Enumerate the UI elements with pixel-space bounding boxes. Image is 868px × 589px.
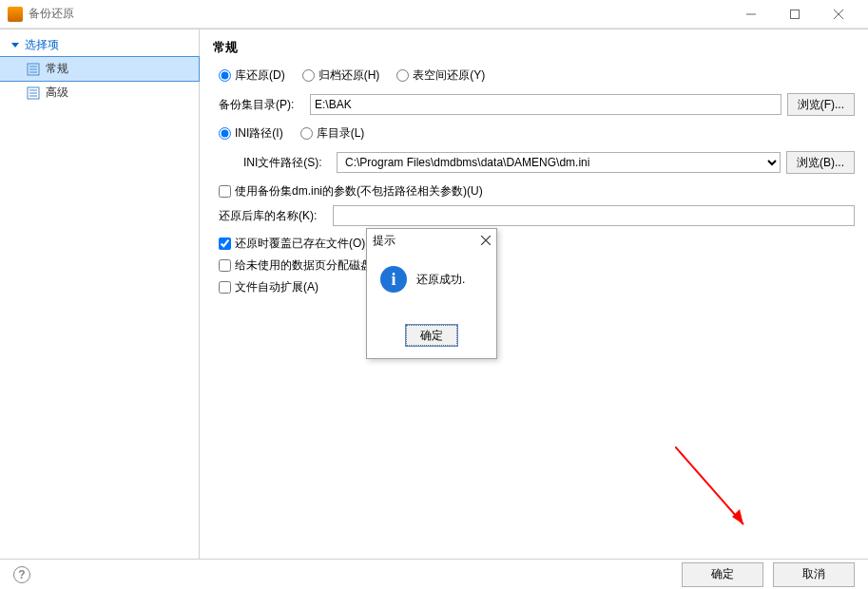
checkbox-auto-expand[interactable]: 文件自动扩展(A) (219, 279, 318, 295)
dialog-title: 提示 (373, 233, 395, 249)
minimize-button[interactable] (729, 0, 773, 28)
sidebar-header[interactable]: 选择项 (0, 33, 199, 57)
radio-ini-path[interactable]: INI路径(I) (219, 125, 283, 142)
bak-dir-label: 备份集目录(P): (219, 97, 310, 113)
sidebar-item-label: 常规 (46, 61, 68, 77)
radio-archive-restore[interactable]: 归档还原(H) (302, 67, 380, 84)
ini-path-select[interactable]: C:\Program Files\dmdbms\data\DAMENG\dm.i… (337, 152, 781, 173)
maximize-button[interactable] (773, 0, 817, 28)
main-pane: 常规 库还原(D) 归档还原(H) 表空间还原(Y) 备份集目录(P): 浏览(… (200, 29, 868, 559)
bak-dir-input[interactable] (310, 94, 781, 115)
dialog-message: 还原成功. (416, 266, 465, 288)
sidebar-item-general[interactable]: 常规 (0, 57, 199, 81)
restored-name-input[interactable] (333, 205, 855, 226)
checkbox-overwrite[interactable]: 还原时覆盖已存在文件(O) (219, 236, 365, 252)
dialog-footer: 确定 (367, 316, 496, 358)
sidebar: 选择项 常规 高级 (0, 29, 200, 559)
checkbox-alloc-disk[interactable]: 给未使用的数据页分配磁盘 (219, 257, 372, 274)
ini-path-label: INI文件路径(S): (213, 155, 337, 171)
use-bak-params-row: 使用备份集dm.ini的参数(不包括路径相关参数)(U) (219, 183, 855, 200)
window-controls (729, 0, 860, 28)
overwrite-row: 还原时覆盖已存在文件(O) (219, 236, 855, 252)
radio-db-restore[interactable]: 库还原(D) (219, 67, 285, 84)
restored-name-row: 还原后库的名称(K): (219, 205, 855, 226)
collapse-arrow-icon (11, 43, 19, 48)
path-mode-group: INI路径(I) 库目录(L) (219, 125, 855, 142)
alert-dialog: 提示 i 还原成功. 确定 (366, 228, 497, 359)
titlebar: 备份还原 (0, 0, 868, 28)
ini-path-row: INI文件路径(S): C:\Program Files\dmdbms\data… (213, 151, 855, 174)
app-icon (8, 7, 23, 22)
radio-db-dir[interactable]: 库目录(L) (300, 125, 365, 142)
footer: ? 确定 取消 (0, 559, 868, 589)
cancel-button[interactable]: 取消 (773, 562, 855, 587)
restored-name-label: 还原后库的名称(K): (219, 208, 333, 224)
auto-expand-row: 文件自动扩展(A) (219, 279, 855, 295)
bak-dir-row: 备份集目录(P): 浏览(F)... (219, 93, 855, 116)
help-icon[interactable]: ? (13, 566, 30, 583)
page-icon (27, 63, 40, 76)
radio-tablespace-restore[interactable]: 表空间还原(Y) (396, 67, 485, 84)
info-icon: i (380, 266, 407, 293)
sidebar-header-label: 选择项 (25, 37, 59, 53)
svg-rect-0 (791, 10, 800, 18)
browse-b-button[interactable]: 浏览(B)... (786, 151, 855, 174)
dialog-body: i 还原成功. (367, 253, 496, 316)
alloc-disk-row: 给未使用的数据页分配磁盘 (219, 257, 855, 274)
close-button[interactable] (817, 0, 860, 28)
dialog-close-button[interactable] (481, 235, 491, 248)
sidebar-item-advanced[interactable]: 高级 (0, 81, 199, 104)
browse-f-button[interactable]: 浏览(F)... (787, 93, 855, 116)
ok-button[interactable]: 确定 (682, 562, 763, 587)
window-title: 备份还原 (29, 6, 74, 22)
page-icon (27, 86, 40, 100)
sidebar-item-label: 高级 (46, 85, 68, 101)
dialog-ok-button[interactable]: 确定 (405, 324, 458, 347)
section-title: 常规 (213, 39, 855, 56)
checkbox-use-bak-params[interactable]: 使用备份集dm.ini的参数(不包括路径相关参数)(U) (219, 183, 483, 200)
dialog-titlebar: 提示 (367, 229, 496, 253)
restore-type-group: 库还原(D) 归档还原(H) 表空间还原(Y) (219, 67, 855, 84)
